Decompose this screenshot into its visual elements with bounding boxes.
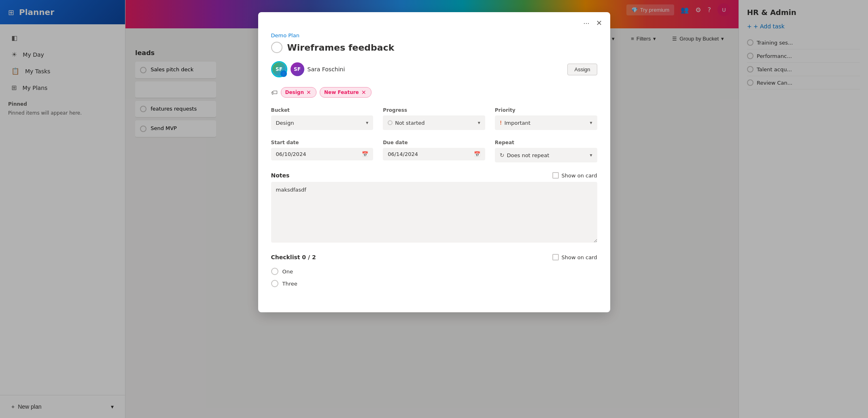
progress-value: Not started	[395, 120, 424, 126]
start-date-field: Start date 06/10/2024 📅	[271, 140, 374, 162]
modal-task-title: Wireframes feedback	[287, 43, 395, 53]
due-date-label: Due date	[383, 140, 485, 145]
priority-icon: !	[500, 119, 502, 126]
ellipsis-icon: ···	[583, 19, 589, 27]
labels-row: 🏷 Design ✕ New Feature ✕	[271, 87, 597, 98]
checklist-item-1: One	[271, 265, 597, 277]
start-date-label: Start date	[271, 140, 374, 145]
label-design-remove[interactable]: ✕	[306, 89, 312, 96]
notes-show-on-card-row: Show on card	[552, 172, 597, 179]
bucket-field: Bucket Design ▾	[271, 107, 374, 130]
notes-header: Notes Show on card	[271, 172, 597, 179]
checklist-section: Checklist 0 / 2 Show on card One Three	[271, 254, 597, 290]
priority-chevron: ▾	[590, 120, 592, 126]
priority-value: Important	[504, 120, 530, 126]
close-icon: ✕	[596, 19, 602, 27]
notes-show-on-card-checkbox[interactable]	[552, 172, 559, 179]
progress-label: Progress	[383, 107, 485, 113]
priority-field: Priority ! Important ▾	[495, 107, 597, 130]
checklist-show-on-card-checkbox[interactable]	[552, 254, 559, 260]
priority-select[interactable]: ! Important ▾	[495, 115, 597, 130]
repeat-icon: ↻	[500, 152, 505, 158]
avatar-badge: 👤	[280, 70, 287, 77]
checklist-item-2-text: Three	[282, 281, 297, 287]
repeat-select[interactable]: ↻ Does not repeat ▾	[495, 148, 597, 162]
checklist-item-2-checkbox[interactable]	[271, 280, 278, 287]
assignee-avatar-2: SF	[291, 62, 304, 76]
form-grid-row2: Start date 06/10/2024 📅 Due date 06/14/2…	[271, 140, 597, 162]
modal-overlay: ··· ✕ Demo Plan Wireframes feedback SF 👤	[0, 0, 868, 418]
bucket-select[interactable]: Design ▾	[271, 115, 374, 130]
repeat-chevron: ▾	[590, 152, 592, 158]
checklist-show-on-card-row: Show on card	[552, 254, 597, 260]
start-date-value: 06/10/2024	[276, 151, 306, 157]
avatar-badge-icon: 👤	[281, 72, 286, 76]
label-new-feature[interactable]: New Feature ✕	[320, 87, 371, 98]
task-complete-button[interactable]	[271, 42, 282, 53]
notes-label: Notes	[271, 172, 290, 179]
more-options-button[interactable]: ···	[581, 17, 591, 29]
label-design[interactable]: Design ✕	[281, 87, 317, 98]
start-date-input[interactable]: 06/10/2024 📅	[271, 148, 374, 160]
checklist-label: Checklist 0 / 2	[271, 254, 316, 260]
plan-link[interactable]: Demo Plan	[271, 32, 597, 38]
label-new-feature-remove[interactable]: ✕	[361, 89, 367, 96]
checklist-item-1-text: One	[282, 269, 293, 275]
calendar-icon: 📅	[362, 151, 368, 157]
assignee-avatar-ring: SF 👤	[271, 61, 287, 77]
assign-button[interactable]: Assign	[567, 64, 597, 75]
modal-topbar: ··· ✕	[258, 12, 610, 29]
label-new-feature-text: New Feature	[324, 90, 359, 95]
priority-label: Priority	[495, 107, 597, 113]
task-title-row: Wireframes feedback	[271, 42, 597, 53]
progress-indicator	[388, 120, 393, 125]
checklist-item-2: Three	[271, 277, 597, 290]
progress-chevron: ▾	[478, 120, 480, 126]
checklist-item-1-checkbox[interactable]	[271, 268, 278, 275]
modal-body: Demo Plan Wireframes feedback SF 👤 SF Sa…	[258, 29, 610, 312]
assignee-name: Sara Foschini	[308, 66, 345, 73]
checklist-show-on-card-label: Show on card	[561, 254, 597, 260]
bucket-chevron: ▾	[366, 120, 368, 126]
checklist-header: Checklist 0 / 2 Show on card	[271, 254, 597, 260]
calendar-due-icon: 📅	[474, 151, 480, 157]
progress-field: Progress Not started ▾	[383, 107, 485, 130]
due-date-input[interactable]: 06/14/2024 📅	[383, 148, 485, 160]
due-date-value: 06/14/2024	[388, 151, 418, 157]
notes-textarea[interactable]: maksdfasdf	[271, 182, 597, 243]
repeat-field: Repeat ↻ Does not repeat ▾	[495, 140, 597, 162]
notes-show-on-card-label: Show on card	[561, 173, 597, 179]
close-modal-button[interactable]: ✕	[594, 17, 604, 29]
repeat-value: Does not repeat	[507, 152, 550, 158]
notes-section: Notes Show on card maksdfasdf	[271, 172, 597, 244]
form-grid-row1: Bucket Design ▾ Progress Not started ▾	[271, 107, 597, 130]
assignees-row: SF 👤 SF Sara Foschini Assign	[271, 61, 597, 77]
bucket-label: Bucket	[271, 107, 374, 113]
progress-select[interactable]: Not started ▾	[383, 115, 485, 130]
task-detail-modal: ··· ✕ Demo Plan Wireframes feedback SF 👤	[258, 12, 610, 312]
label-design-text: Design	[285, 90, 304, 95]
repeat-label: Repeat	[495, 140, 597, 145]
label-icon: 🏷	[271, 89, 278, 96]
bucket-value: Design	[276, 120, 294, 126]
due-date-field: Due date 06/14/2024 📅	[383, 140, 485, 162]
